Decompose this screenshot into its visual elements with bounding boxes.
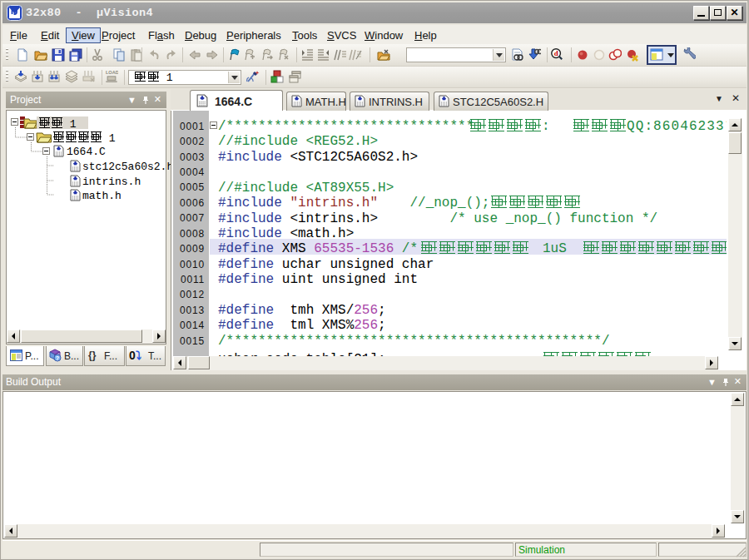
svg-text:?: ?: [56, 355, 59, 361]
svg-text:d: d: [554, 49, 558, 57]
svg-text:LOAD: LOAD: [106, 70, 118, 75]
